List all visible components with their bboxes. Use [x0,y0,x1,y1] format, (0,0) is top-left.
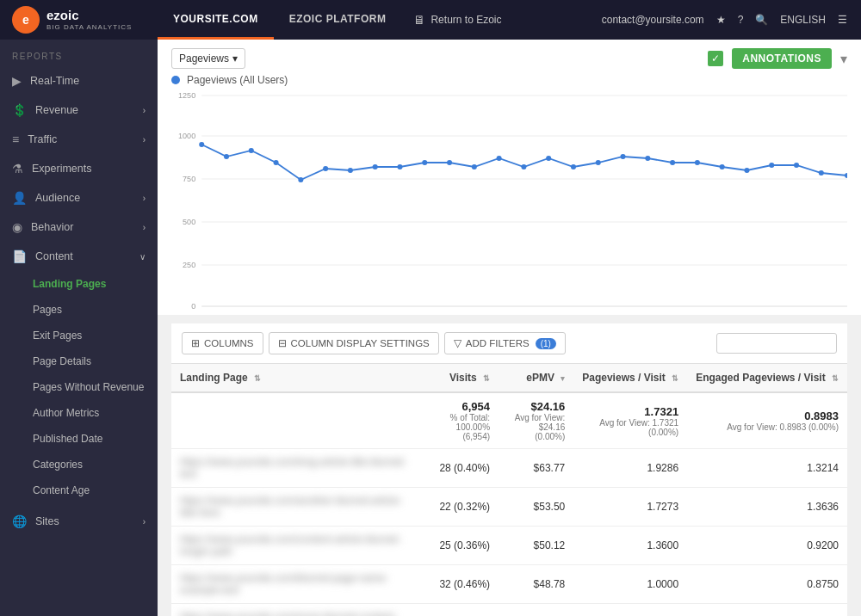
col-header-pageviews-visit[interactable]: Pageviews / Visit ⇅ [573,364,687,392]
sidebar-item-traffic[interactable]: ≡ Traffic › [0,125,158,154]
row-visits: 46 (0.66%) [423,604,499,617]
summary-epmv: $24.16 Avg for View: $24.16 (0.00%) [499,392,573,449]
sidebar-label-content: Content [35,250,73,262]
svg-point-29 [621,154,626,159]
sidebar-item-landing-pages[interactable]: Landing Pages [0,271,158,297]
chevron-right-icon: › [143,135,146,145]
metric-dropdown[interactable]: Pageviews ▾ [171,48,245,69]
svg-point-24 [497,156,502,161]
svg-text:16. Nov: 16. Nov [437,313,462,315]
column-display-button[interactable]: ⊟ COLUMN DISPLAY SETTINGS [269,332,439,354]
add-filters-button[interactable]: ▽ ADD FILTERS (1) [444,332,566,354]
return-to-ezoic[interactable]: 🖥 Return to Ezoic [401,13,513,27]
chart-svg: 1250 1000 750 500 250 0 [171,91,847,315]
summary-visits: 6,954 % of Total: 100.00% (6,954) [423,392,499,449]
table-row: https://www.yoursite.com/long-article-ti… [171,449,847,488]
help-icon[interactable]: ? [738,14,744,26]
svg-text:12. Nov: 12. Nov [338,313,363,315]
experiments-icon: ⚗ [12,162,23,176]
svg-text:1000: 1000 [178,132,195,140]
monitor-icon: 🖥 [413,13,425,27]
search-input[interactable] [716,333,837,354]
chart-container: Pageviews ▾ ✓ ANNOTATIONS ▾ Pageviews (A… [158,40,861,315]
chevron-right-icon: › [143,517,146,527]
svg-text:10. Nov: 10. Nov [288,313,314,315]
row-landing-page: https://www.yoursite.com/more-blurred-co… [171,604,423,617]
svg-point-15 [274,160,279,165]
sort-icon: ⇅ [672,374,678,383]
sidebar-item-pages-without-revenue[interactable]: Pages Without Revenue [0,374,158,400]
col-header-visits[interactable]: Visits ⇅ [423,364,499,392]
col-header-landing-page[interactable]: Landing Page ⇅ [171,364,423,392]
row-pv-visit: 1.3600 [573,527,687,565]
svg-point-30 [645,156,650,161]
sidebar-item-revenue[interactable]: 💲 Revenue › [0,95,158,125]
checkbox-annotations[interactable]: ✓ [708,51,723,66]
main-layout: REPORTS ▶ Real-Time 💲 Revenue › ≡ Traffi… [0,40,861,616]
sidebar-item-categories[interactable]: Categories [0,452,158,477]
sidebar-item-audience[interactable]: 👤 Audience › [0,183,158,213]
svg-point-33 [720,164,725,169]
content-age-label: Content Age [33,484,90,496]
table-summary-row: 6,954 % of Total: 100.00% (6,954) $24.16… [171,392,847,449]
col-header-epmv[interactable]: ePMV ▾ [499,364,573,392]
sidebar-item-published-date[interactable]: Published Date [0,426,158,452]
row-epmv: $63.77 [499,449,573,488]
sort-icon: ⇅ [832,374,839,383]
svg-point-20 [397,164,402,169]
sidebar-item-experiments[interactable]: ⚗ Experiments [0,154,158,183]
nav-tabs: YOURSITE.COM EZOIC PLATFORM 🖥 Return to … [158,0,602,40]
tab-ezoic-platform[interactable]: EZOIC PLATFORM [274,0,402,40]
sidebar-item-author-metrics[interactable]: Author Metrics [0,400,158,426]
sidebar-item-pages[interactable]: Pages [0,297,158,323]
sidebar-label-audience: Audience [35,192,80,204]
svg-point-22 [447,160,452,165]
chart-options-icon[interactable]: ▾ [840,51,847,67]
table-row: https://www.yoursite.com/more-blurred-co… [171,604,847,617]
search-icon[interactable]: 🔍 [755,14,768,26]
svg-text:250: 250 [183,261,195,269]
columns-button[interactable]: ⊞ COLUMNS [182,332,263,354]
row-epmv: $47.24 [499,604,573,617]
svg-point-26 [546,156,551,161]
annotations-button[interactable]: ANNOTATIONS [732,48,832,69]
sidebar-item-content-age[interactable]: Content Age [0,477,158,503]
svg-text:18. Nov: 18. Nov [486,313,512,315]
svg-text:22. Nov: 22. Nov [585,313,611,315]
columns-icon: ⊞ [191,337,200,349]
sidebar-item-exit-pages[interactable]: Exit Pages [0,323,158,348]
menu-icon[interactable]: ☰ [838,14,847,26]
language-selector[interactable]: ENGLISH [780,14,826,26]
content-icon: 📄 [12,249,27,263]
landing-pages-label: Landing Pages [33,278,106,290]
sidebar-item-page-details[interactable]: Page Details [0,348,158,374]
chevron-down-icon: ∨ [139,252,146,262]
sidebar-item-content[interactable]: 📄 Content ∨ [0,242,158,271]
row-epmv: $50.12 [499,527,573,565]
svg-point-13 [224,154,229,159]
metric-label: Pageviews [179,52,229,65]
svg-point-19 [373,164,378,169]
svg-point-17 [323,166,328,171]
row-epmv: $48.78 [499,565,573,604]
row-landing-page: https://www.yoursite.com/long-article-ti… [171,449,423,488]
sidebar-item-realtime[interactable]: ▶ Real-Time [0,66,158,95]
sidebar-item-sites[interactable]: 🌐 Sites › [0,507,158,536]
table-row: https://www.yoursite.com/blurred-page-na… [171,565,847,604]
svg-text:26. Nov: 26. Nov [684,313,710,315]
table-toolbar: ⊞ COLUMNS ⊟ COLUMN DISPLAY SETTINGS ▽ AD… [171,323,847,364]
row-eng-pv: 1.3214 [687,449,847,488]
sidebar-label-revenue: Revenue [35,104,78,116]
row-eng-pv: 1.0435 [687,604,847,617]
filter-icon: ▽ [454,337,461,349]
svg-point-16 [298,177,303,182]
tab-yoursite[interactable]: YOURSITE.COM [158,0,274,40]
star-icon[interactable]: ★ [716,14,726,26]
pages-without-revenue-label: Pages Without Revenue [33,381,144,393]
row-pv-visit: 1.0000 [573,565,687,604]
audience-icon: 👤 [12,191,27,205]
pages-label: Pages [33,304,62,316]
sidebar-item-behavior[interactable]: ◉ Behavior › [0,213,158,242]
svg-text:0: 0 [191,302,195,311]
col-header-engaged-pageviews[interactable]: Engaged Pageviews / Visit ⇅ [687,364,847,392]
